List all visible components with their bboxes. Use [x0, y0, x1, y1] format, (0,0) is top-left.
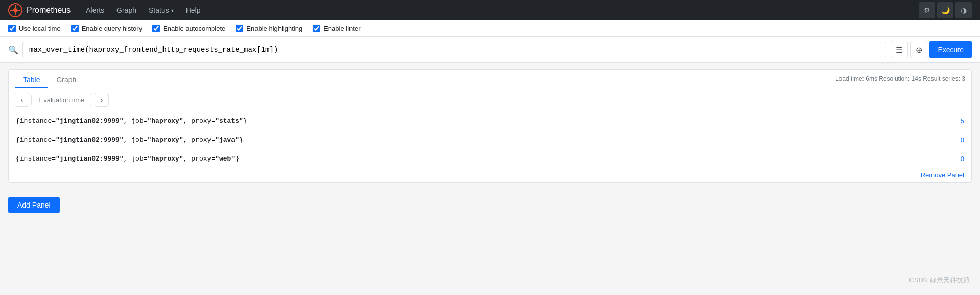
use-local-time-label: Use local time: [19, 25, 61, 32]
result-label-2: {instance="jingtian02:9999", job="haprox…: [9, 149, 941, 168]
add-panel-button[interactable]: Add Panel: [8, 197, 60, 213]
enable-highlighting-checkbox[interactable]: Enable highlighting: [236, 25, 302, 32]
nav-graph[interactable]: Graph: [111, 4, 142, 16]
table-row: {instance="jingtian02:9999", job="haprox…: [9, 149, 971, 168]
search-icon: 🔍: [8, 45, 18, 55]
nav-status-label: Status: [149, 6, 169, 14]
enable-autocomplete-input[interactable]: [152, 25, 160, 32]
tab-table[interactable]: Table: [15, 73, 48, 88]
panel-tabs: Table Graph Load time: 6ms Resolution: 1…: [9, 70, 971, 88]
svg-point-1: [13, 8, 17, 12]
nav-help[interactable]: Help: [181, 4, 206, 16]
table-row: {instance="jingtian02:9999", job="haprox…: [9, 130, 971, 149]
enable-query-history-input[interactable]: [71, 25, 79, 32]
enable-autocomplete-label: Enable autocomplete: [163, 25, 225, 32]
panel-meta: Load time: 6ms Resolution: 14s Result se…: [835, 75, 965, 85]
query-metrics-button[interactable]: ⊕: [910, 41, 927, 58]
theme-button[interactable]: 🌙: [937, 2, 953, 18]
settings-button[interactable]: ⚙: [919, 2, 935, 18]
use-local-time-checkbox[interactable]: Use local time: [8, 25, 61, 32]
tab-graph[interactable]: Graph: [48, 73, 84, 88]
table-row: {instance="jingtian02:9999", job="haprox…: [9, 111, 971, 130]
query-list-button[interactable]: ☰: [891, 41, 908, 58]
nav-alerts[interactable]: Alerts: [81, 4, 109, 16]
eval-prev-button[interactable]: ‹: [15, 93, 29, 107]
brand-name: Prometheus: [27, 6, 71, 15]
use-local-time-input[interactable]: [8, 25, 16, 32]
result-table: {instance="jingtian02:9999", job="haprox…: [9, 111, 971, 168]
remove-panel-link[interactable]: Remove Panel: [921, 171, 964, 179]
panel-footer: Remove Panel: [9, 168, 971, 182]
nav-links: Alerts Graph Status ▾ Help: [81, 4, 205, 16]
eval-next-button[interactable]: ›: [95, 93, 109, 107]
result-value-0: 5: [941, 111, 971, 130]
query-actions: ☰ ⊕ Execute: [891, 41, 972, 58]
enable-query-history-label: Enable query history: [82, 25, 143, 32]
execute-button[interactable]: Execute: [929, 41, 972, 58]
result-label-0: {instance="jingtian02:9999", job="haprox…: [9, 111, 941, 130]
chevron-down-icon: ▾: [171, 8, 174, 13]
prometheus-logo-icon: [8, 3, 22, 17]
query-bar: 🔍 ☰ ⊕ Execute: [0, 37, 980, 63]
settings-bar: Use local time Enable query history Enab…: [0, 20, 980, 37]
result-value-1: 0: [941, 130, 971, 149]
brand: Prometheus: [8, 3, 71, 17]
navbar-right: ⚙ 🌙 ◑: [919, 2, 972, 18]
enable-highlighting-label: Enable highlighting: [246, 25, 302, 32]
enable-highlighting-input[interactable]: [236, 25, 243, 32]
contrast-button[interactable]: ◑: [955, 2, 972, 18]
eval-time-label: Evaluation time: [31, 94, 92, 106]
add-panel-area: Add Panel: [0, 189, 980, 221]
query-input[interactable]: [22, 42, 886, 57]
enable-linter-input[interactable]: [313, 25, 320, 32]
panel: Table Graph Load time: 6ms Resolution: 1…: [8, 69, 972, 183]
enable-autocomplete-checkbox[interactable]: Enable autocomplete: [152, 25, 225, 32]
navbar: Prometheus Alerts Graph Status ▾ Help ⚙ …: [0, 0, 980, 20]
result-label-1: {instance="jingtian02:9999", job="haprox…: [9, 130, 941, 149]
enable-linter-checkbox[interactable]: Enable linter: [313, 25, 360, 32]
enable-query-history-checkbox[interactable]: Enable query history: [71, 25, 143, 32]
result-value-2: 0: [941, 149, 971, 168]
enable-linter-label: Enable linter: [323, 25, 360, 32]
nav-status-dropdown[interactable]: Status ▾: [144, 4, 179, 16]
eval-row: ‹ Evaluation time ›: [9, 88, 971, 111]
